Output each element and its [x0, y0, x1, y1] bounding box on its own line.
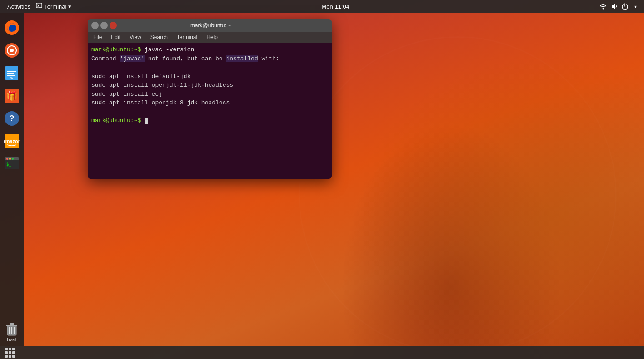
terminal-menu-icon: [36, 3, 42, 10]
dock-item-firefox[interactable]: [2, 18, 21, 37]
svg-rect-12: [7, 73, 14, 74]
topbar-datetime: Mon 11:04: [321, 3, 349, 10]
svg-text:amazon: amazon: [4, 138, 20, 144]
dock-item-ubuntu-one[interactable]: [2, 41, 21, 60]
dock-item-amazon[interactable]: amazon: [2, 132, 21, 151]
svg-point-24: [9, 158, 11, 160]
output-line-2: sudo apt install default-jdk: [91, 73, 190, 80]
grid-dot: [5, 348, 8, 350]
topbar-right: ▾: [599, 3, 639, 10]
dock: W 🎁 ? amazon: [0, 13, 24, 346]
terminal-line-3: [91, 63, 328, 72]
terminal-menu-button[interactable]: Terminal ▾: [36, 3, 71, 10]
svg-marker-3: [612, 4, 615, 9]
terminal-line-7: sudo apt install openjdk-8-jdk-headless: [91, 98, 328, 108]
terminal-line-2: Command 'javac' not found, but can be in…: [91, 54, 328, 64]
dock-item-ubuntu-software[interactable]: 🎁: [2, 86, 21, 105]
svg-rect-13: [7, 75, 15, 76]
terminal-line-6: sudo apt install ecj: [91, 90, 328, 99]
topbar: Activities Terminal ▾ Mon 11:04: [0, 0, 644, 13]
terminal-body[interactable]: mark@ubuntu:~$ javac -version Command 'j…: [88, 43, 332, 179]
svg-point-25: [12, 158, 14, 160]
topbar-left: Activities Terminal ▾: [5, 2, 71, 11]
grid-dot: [12, 355, 15, 358]
svg-point-2: [602, 8, 604, 10]
grid-dot: [5, 355, 8, 358]
network-icon[interactable]: [599, 3, 607, 10]
dock-item-help[interactable]: ?: [2, 109, 21, 128]
terminal-title: mark@ubuntu: ~: [117, 22, 305, 29]
terminal-label: Terminal: [44, 3, 66, 10]
terminal-line-1: mark@ubuntu:~$ javac -version: [91, 45, 328, 54]
dock-item-libreoffice[interactable]: W: [2, 64, 21, 83]
grid-dot: [9, 351, 11, 354]
grid-dot: [12, 348, 15, 350]
svg-rect-11: [7, 71, 16, 72]
terminal-menubar: File Edit View Search Terminal Help: [88, 32, 332, 43]
grid-dot: [9, 348, 11, 350]
grid-dot: [5, 351, 8, 354]
ubuntu-logo-decoration: [299, 36, 617, 354]
svg-point-8: [10, 49, 14, 52]
volume-icon[interactable]: [610, 3, 618, 10]
prompt-1: mark@ubuntu:~$: [91, 46, 141, 53]
terminal-dropdown-arrow: ▾: [68, 3, 71, 10]
menu-view[interactable]: View: [128, 33, 143, 41]
terminal-line-5: sudo apt install openjdk-11-jdk-headless: [91, 81, 328, 90]
svg-rect-29: [10, 323, 14, 325]
output-line-4: sudo apt install ecj: [91, 91, 162, 98]
svg-text:🎁: 🎁: [6, 90, 18, 101]
menu-terminal[interactable]: Terminal: [175, 33, 199, 41]
terminal-line-4: sudo apt install default-jdk: [91, 72, 328, 81]
cursor: [145, 118, 148, 124]
grid-dot: [9, 355, 11, 358]
svg-text:$_: $_: [6, 162, 11, 167]
svg-text:?: ?: [10, 114, 15, 123]
menu-help[interactable]: Help: [205, 33, 220, 41]
show-applications-button[interactable]: [5, 347, 15, 358]
terminal-line-8: [91, 108, 328, 117]
bottombar: [0, 346, 644, 359]
terminal-window: mark@ubuntu: ~ File Edit View Search Ter…: [88, 19, 332, 179]
svg-text:W: W: [10, 77, 13, 79]
svg-point-23: [6, 158, 8, 160]
dock-item-trash[interactable]: Trash: [2, 322, 21, 341]
apps-grid-icon: [5, 348, 15, 358]
topbar-dropdown-arrow[interactable]: ▾: [632, 3, 639, 10]
dock-item-terminal[interactable]: $_: [2, 154, 21, 173]
close-button[interactable]: [110, 22, 117, 29]
terminal-line-9: mark@ubuntu:~$: [91, 116, 328, 125]
terminal-titlebar: mark@ubuntu: ~: [88, 19, 332, 32]
menu-edit[interactable]: Edit: [109, 33, 122, 41]
titlebar-controls: [91, 22, 117, 29]
grid-dot: [12, 351, 15, 354]
trash-label: Trash: [6, 337, 17, 342]
output-line-3: sudo apt install openjdk-11-jdk-headless: [91, 82, 233, 89]
activities-button[interactable]: Activities: [5, 2, 33, 11]
prompt-2: mark@ubuntu:~$: [91, 117, 141, 124]
menu-search[interactable]: Search: [149, 33, 170, 41]
cmd-1: javac -version: [141, 46, 194, 53]
menu-file[interactable]: File: [91, 33, 104, 41]
output-line-5: sudo apt install openjdk-8-jdk-headless: [91, 99, 230, 106]
minimize-button[interactable]: [91, 22, 99, 29]
maximize-button[interactable]: [100, 22, 108, 29]
power-icon[interactable]: [621, 3, 629, 10]
svg-rect-10: [7, 69, 16, 69]
output-line-1: Command 'javac' not found, but can be in…: [91, 55, 280, 62]
